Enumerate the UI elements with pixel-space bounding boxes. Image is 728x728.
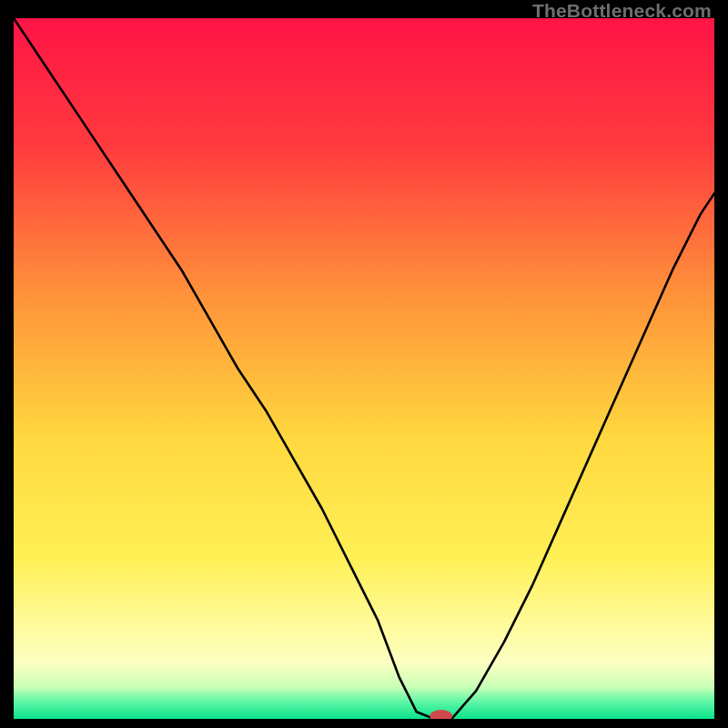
chart-frame xyxy=(14,18,714,719)
minimum-marker xyxy=(430,710,452,719)
watermark-label: TheBottleneck.com xyxy=(532,0,712,22)
bottleneck-curve-svg xyxy=(14,18,714,719)
bottleneck-curve-path xyxy=(14,18,714,719)
